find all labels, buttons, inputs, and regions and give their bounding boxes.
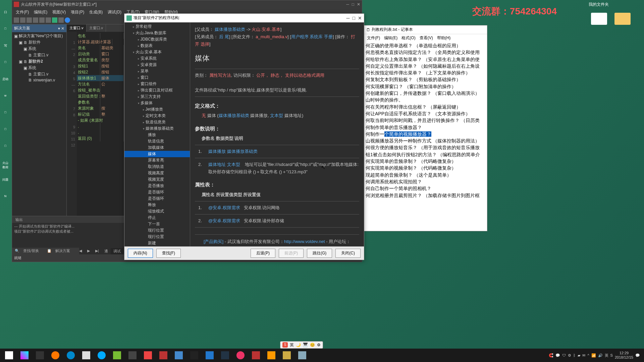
- tree-node[interactable]: 菜单: [124, 68, 190, 74]
- back-button[interactable]: 后退(P): [251, 249, 275, 258]
- tree-node[interactable]: 窗口: [124, 74, 190, 81]
- taskbar-app[interactable]: [264, 349, 279, 361]
- tree-node[interactable]: 下一首: [124, 221, 190, 227]
- tree-node[interactable]: 停止: [124, 215, 190, 221]
- tree-node[interactable]: 视频高度: [124, 170, 190, 176]
- minimize-icon[interactable]: ─: [346, 2, 349, 7]
- ime-icon[interactable]: 🎹: [303, 343, 308, 347]
- notepad-content[interactable]: 何正确的使用单选框？ （单选组合框的应用）何忽视类名直接访问指定方法？ （全局类…: [364, 42, 487, 231]
- tray-icon[interactable]: ᛒ: [573, 353, 576, 357]
- structure-tree[interactable]: 异常处理火山.Java.数据库JDBC数据库类数据表火山.安卓.基本安卓系统安卓…: [124, 22, 190, 246]
- editor-tab[interactable]: 主窗口.v: [67, 24, 87, 32]
- tree-node[interactable]: 第三方支持: [124, 94, 190, 100]
- tray-icon[interactable]: 🔊: [598, 353, 603, 358]
- file-node[interactable]: 🗎 主窗口.v: [13, 52, 66, 58]
- tray-icon[interactable]: ⚙: [568, 353, 571, 358]
- tree-node[interactable]: 加载媒体: [124, 144, 190, 151]
- ime-icon[interactable]: 🌙: [296, 343, 301, 347]
- taskbar-clock[interactable]: 12:29 2018/12/15: [615, 351, 633, 360]
- desktop-folder[interactable]: 我的文件夹: [585, 2, 612, 7]
- tree-node[interactable]: 定时文本类: [124, 113, 190, 119]
- tree-node[interactable]: 视频宽度: [124, 176, 190, 183]
- tree-node[interactable]: 现行位置: [124, 227, 190, 234]
- taskbar-app[interactable]: [109, 349, 125, 361]
- taskbar-app[interactable]: [279, 349, 294, 361]
- tray-ime[interactable]: S: [610, 353, 613, 357]
- toolbar-icon[interactable]: [52, 17, 57, 23]
- parent-link[interactable]: 媒体播放基础类: [215, 27, 245, 32]
- maximize-icon[interactable]: □: [352, 2, 354, 7]
- folder-node[interactable]: ▣ 系统: [13, 65, 66, 71]
- taskbar-edge[interactable]: [63, 349, 78, 361]
- project-node[interactable]: ▣ 🗎 新软件: [13, 39, 66, 46]
- toolbar-icon[interactable]: [33, 17, 38, 23]
- content-button[interactable]: 内容(N): [128, 249, 153, 258]
- toolbar-icon[interactable]: [58, 17, 64, 23]
- minimize-icon[interactable]: ─: [346, 15, 350, 21]
- tree-node[interactable]: 是否循环: [124, 195, 190, 202]
- tree-node[interactable]: 轨道信息类: [124, 119, 190, 125]
- tree-node[interactable]: 媒体: [124, 151, 190, 157]
- tree-node[interactable]: 缩放模式: [124, 208, 190, 215]
- tray-icon[interactable]: 🛡: [562, 353, 566, 357]
- file-node[interactable]: 🗎 主窗口.v: [13, 71, 66, 77]
- solution-root[interactable]: ▣ 解决方案"New"(2个项目): [13, 33, 66, 39]
- tree-node[interactable]: 弹出窗口及对话框: [124, 87, 190, 94]
- ime-icon[interactable]: 😊: [310, 343, 315, 347]
- tree-node[interactable]: 是否循环: [124, 189, 190, 195]
- dropdown-icon[interactable]: ▾ ✕: [58, 26, 64, 31]
- taskbar-calc[interactable]: [125, 349, 140, 361]
- taskbar-app[interactable]: [140, 349, 156, 361]
- taskbar-app[interactable]: [32, 349, 48, 361]
- tray-icon[interactable]: ^: [587, 353, 589, 357]
- editor-tab[interactable]: 主窗口.v: [87, 24, 106, 32]
- sogou-icon[interactable]: S: [282, 342, 288, 348]
- tree-node[interactable]: 异常处理: [124, 23, 190, 30]
- tree-node[interactable]: 取消轨道: [124, 164, 190, 170]
- tray-icon[interactable]: 🧲: [549, 353, 553, 358]
- taskbar-app[interactable]: [78, 349, 94, 361]
- tree-node[interactable]: 屏幕常亮: [124, 157, 190, 164]
- taskbar-firefox[interactable]: [48, 349, 63, 361]
- tab-find[interactable]: 🔍 查找/替换: [12, 248, 44, 254]
- desktop-folder-icon[interactable]: [614, 13, 631, 26]
- ime-icon[interactable]: ⚙: [317, 343, 321, 347]
- tray-icon[interactable]: ✉: [582, 353, 585, 358]
- taskbar-app[interactable]: [248, 349, 264, 361]
- start-button[interactable]: [1, 349, 17, 361]
- tree-node[interactable]: 新建: [124, 240, 190, 246]
- find-button[interactable]: 查找(F): [156, 249, 181, 258]
- tree-node[interactable]: 播放: [124, 132, 190, 138]
- goto-button[interactable]: 跳往(G): [307, 249, 332, 258]
- taskbar-app[interactable]: [186, 349, 202, 361]
- tree-node[interactable]: 是否播放: [124, 183, 190, 189]
- tree-node[interactable]: 安卓系统: [124, 55, 190, 62]
- tree-node[interactable]: 安卓资源: [124, 62, 190, 68]
- desktop-app-icon[interactable]: [591, 13, 607, 25]
- toolbar-icon[interactable]: [26, 17, 32, 23]
- tree-node[interactable]: 数据表: [124, 43, 190, 49]
- tree-node[interactable]: 窗口组件: [124, 81, 190, 87]
- close-icon[interactable]: ✕: [358, 15, 362, 21]
- toolbar-icon[interactable]: [39, 17, 45, 23]
- platform-link[interactable]: 火山.安卓.基本: [252, 27, 280, 32]
- taskbar-ie[interactable]: [94, 349, 109, 361]
- tab-solution[interactable]: 📋 解决方案: [44, 248, 75, 254]
- toolbar-icon[interactable]: [46, 17, 51, 23]
- taskbar-app[interactable]: [202, 349, 217, 361]
- toolbar-icon[interactable]: [14, 17, 19, 23]
- tree-node[interactable]: 火山.安卓.基本: [124, 49, 190, 55]
- taskbar-steam[interactable]: [217, 349, 233, 361]
- taskbar-app[interactable]: [171, 349, 186, 361]
- tree-node[interactable]: 火山.Java.数据库: [124, 30, 190, 36]
- tree-node[interactable]: 媒体播放基础类: [124, 125, 190, 132]
- tray-icon[interactable]: 📶: [591, 353, 596, 358]
- toolbar-icon[interactable]: [20, 17, 25, 23]
- taskbar-app[interactable]: [233, 349, 248, 361]
- tray-icon[interactable]: ▰: [578, 353, 580, 358]
- help-icon[interactable]: [65, 17, 70, 23]
- folder-node[interactable]: ▣ 系统: [13, 46, 66, 52]
- tree-node[interactable]: 多媒体: [124, 100, 190, 106]
- tray-icon[interactable]: 💬: [555, 353, 560, 358]
- forward-button[interactable]: 前进(P): [279, 249, 304, 258]
